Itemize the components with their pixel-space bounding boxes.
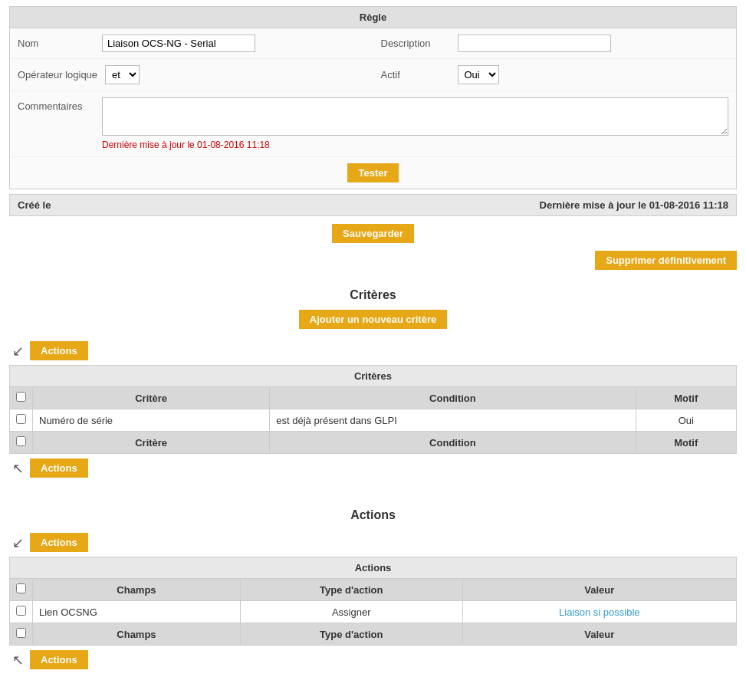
sauvegarder-button[interactable]: Sauvegarder bbox=[332, 224, 414, 243]
criteres-select-all-bottom[interactable] bbox=[16, 436, 26, 446]
motif-col-header: Motif bbox=[636, 387, 736, 409]
champs-col-footer: Champs bbox=[33, 623, 241, 646]
actions-checkbox-header bbox=[10, 579, 33, 601]
operateur-select[interactable]: et ou bbox=[105, 65, 140, 84]
action-row-1: Lien OCSNG Assigner Liaison si possible bbox=[10, 601, 737, 623]
actions-section-title: Actions bbox=[9, 498, 737, 528]
last-update-text: Dernière mise à jour le 01-08-2016 11:18 bbox=[102, 140, 728, 150]
commentaires-textarea[interactable] bbox=[102, 97, 728, 136]
type-action-col-footer: Type d'action bbox=[240, 623, 462, 646]
description-input[interactable] bbox=[458, 35, 611, 52]
condition-col-footer: Condition bbox=[270, 432, 636, 454]
valeur-col-header: Valeur bbox=[462, 579, 736, 601]
actions-button-4[interactable]: Actions bbox=[30, 650, 88, 669]
tester-row: Tester bbox=[10, 157, 736, 189]
arrow-up-icon-2: ↖ bbox=[12, 460, 24, 477]
supprimer-row: Supprimer définitivement bbox=[9, 248, 737, 278]
actions-row-4: ↖ Actions bbox=[9, 646, 737, 674]
valeur-col-footer: Valeur bbox=[462, 623, 736, 646]
criteres-footer-checkbox bbox=[10, 432, 33, 454]
ajouter-critere-row: Ajouter un nouveau critère bbox=[9, 308, 737, 337]
criteres-checkbox-header bbox=[10, 387, 33, 409]
info-bar: Créé le Dernière mise à jour le 01-08-20… bbox=[9, 194, 737, 216]
actions-footer-checkbox bbox=[10, 623, 33, 646]
critere-col-header: Critère bbox=[33, 387, 270, 409]
tester-button[interactable]: Tester bbox=[347, 163, 398, 182]
action-row-1-type: Assigner bbox=[240, 601, 462, 623]
actions-row-3: ↙ Actions bbox=[9, 528, 737, 557]
critere-col-footer: Critère bbox=[33, 432, 270, 454]
critere-checkbox-1[interactable] bbox=[16, 414, 26, 424]
champs-col-header: Champs bbox=[33, 579, 241, 601]
actions-select-all[interactable] bbox=[16, 583, 26, 593]
sauvegarder-row: Sauvegarder bbox=[9, 216, 737, 248]
action-checkbox-1[interactable] bbox=[16, 606, 26, 616]
criteres-section-title: Critères bbox=[9, 278, 737, 308]
criteres-select-all[interactable] bbox=[16, 392, 26, 402]
actions-row-1: ↙ Actions bbox=[9, 337, 737, 365]
ajouter-critere-button[interactable]: Ajouter un nouveau critère bbox=[299, 310, 447, 329]
criteres-inner-header: Critères bbox=[10, 366, 737, 387]
actions-button-3[interactable]: Actions bbox=[30, 533, 88, 552]
commentaires-label: Commentaires bbox=[18, 97, 94, 150]
description-label: Description bbox=[381, 38, 450, 49]
actions-button-2[interactable]: Actions bbox=[30, 458, 88, 478]
critere-row-1: Numéro de série est déjà présent dans GL… bbox=[10, 409, 737, 432]
actions-row-2: ↖ Actions bbox=[9, 454, 737, 482]
type-action-col-header: Type d'action bbox=[240, 579, 462, 601]
actions-title-text: Actions bbox=[350, 508, 396, 521]
derniere-maj-label: Dernière mise à jour le 01-08-2016 11:18 bbox=[373, 199, 729, 211]
nom-input[interactable] bbox=[102, 35, 255, 52]
nom-label: Nom bbox=[18, 38, 94, 49]
actions-select-all-bottom[interactable] bbox=[16, 628, 26, 638]
arrow-down-icon-1: ↙ bbox=[12, 343, 24, 360]
actif-label: Actif bbox=[381, 69, 450, 81]
actions-table: Actions Champs Type d'action Valeur Lien… bbox=[9, 557, 737, 646]
criteres-title-text: Critères bbox=[350, 288, 396, 301]
regle-section-header: Règle bbox=[9, 6, 737, 28]
critere-row-1-critere: Numéro de série bbox=[33, 409, 270, 432]
critere-row-1-checkbox[interactable] bbox=[10, 409, 33, 432]
cree-le-label: Créé le bbox=[18, 199, 373, 211]
criteres-footer-row: Critère Condition Motif bbox=[10, 432, 737, 454]
critere-row-1-condition: est déjà présent dans GLPI bbox=[270, 409, 636, 432]
motif-col-footer: Motif bbox=[636, 432, 736, 454]
operateur-label: Opérateur logique bbox=[18, 69, 97, 81]
actions-button-1[interactable]: Actions bbox=[30, 341, 88, 360]
actions-footer-row: Champs Type d'action Valeur bbox=[10, 623, 737, 646]
arrow-down-icon-3: ↙ bbox=[12, 534, 24, 551]
critere-row-1-motif: Oui bbox=[636, 409, 736, 432]
supprimer-button[interactable]: Supprimer définitivement bbox=[595, 251, 737, 270]
regle-title: Règle bbox=[360, 12, 386, 23]
action-row-1-valeur: Liaison si possible bbox=[462, 601, 736, 623]
actions-inner-header: Actions bbox=[10, 557, 737, 579]
condition-col-header: Condition bbox=[270, 387, 636, 409]
action-row-1-champs: Lien OCSNG bbox=[33, 601, 241, 623]
actif-select[interactable]: Oui Non bbox=[458, 65, 499, 84]
arrow-up-icon-4: ↖ bbox=[12, 652, 24, 669]
action-row-1-checkbox[interactable] bbox=[10, 601, 33, 623]
criteres-table: Critères Critère Condition Motif Numéro … bbox=[9, 365, 737, 454]
